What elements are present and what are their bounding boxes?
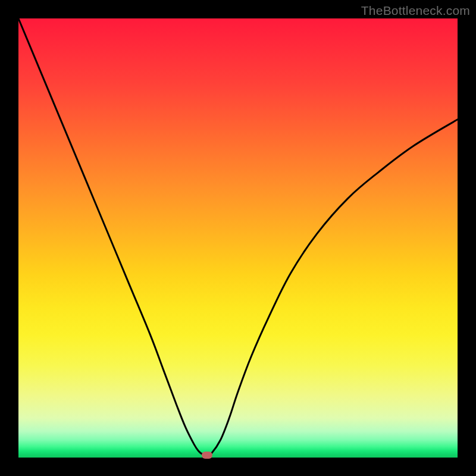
chart-frame: TheBottleneck.com [0,0,476,476]
watermark-label: TheBottleneck.com [361,4,470,18]
plot-area [18,18,458,458]
minimum-marker [202,452,212,459]
bottleneck-curve [18,18,458,458]
curve-path [18,18,458,455]
